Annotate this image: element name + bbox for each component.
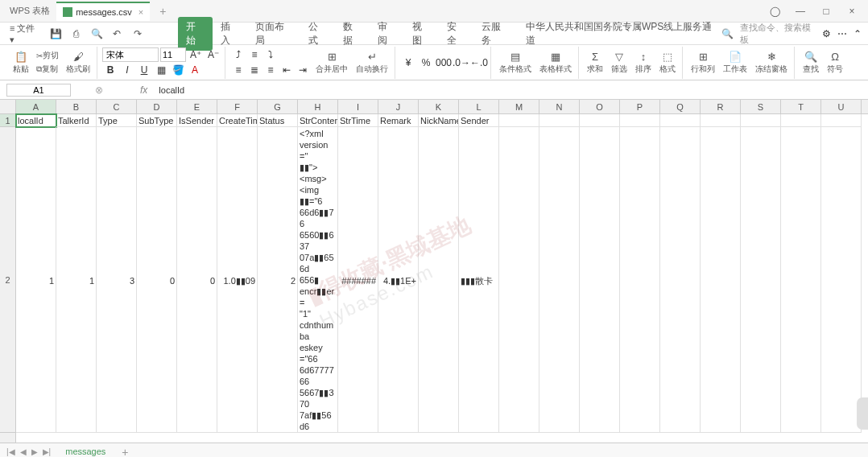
table-style-button[interactable]: ▦表格样式 xyxy=(536,49,575,76)
cell-1-D[interactable]: SubType xyxy=(137,114,177,127)
increase-font-icon[interactable]: A⁺ xyxy=(188,47,204,62)
cell-1-R[interactable] xyxy=(701,114,741,127)
col-header-Q[interactable]: Q xyxy=(660,100,701,113)
col-header-R[interactable]: R xyxy=(701,100,741,113)
more-icon[interactable]: ⋯ xyxy=(837,28,847,39)
find-button[interactable]: 🔍查找 xyxy=(800,49,822,76)
col-header-U[interactable]: U xyxy=(821,100,862,113)
cell-1-B[interactable]: TalkerId xyxy=(56,114,97,127)
currency-icon[interactable]: ¥ xyxy=(400,56,416,70)
cell-2-C[interactable]: 3 xyxy=(97,127,137,433)
add-sheet-button[interactable]: + xyxy=(122,446,128,458)
cell-2-A[interactable]: 1 xyxy=(16,127,56,433)
file-tab[interactable]: messages.csv × xyxy=(56,2,150,21)
col-header-O[interactable]: O xyxy=(580,100,620,113)
tab-cloud[interactable]: 云服务 xyxy=(473,17,518,51)
cell-2-L[interactable]: ▮▮▮散卡赵铺? xyxy=(459,127,499,433)
align-center-icon[interactable]: ≣ xyxy=(246,63,262,77)
copy-button[interactable]: ⧉ 复制 xyxy=(34,63,61,76)
row-header-2[interactable]: 2 xyxy=(0,127,15,433)
format-painter-button[interactable]: 🖌格式刷 xyxy=(63,49,93,76)
redo-icon[interactable]: ↷ xyxy=(129,25,146,43)
col-header-D[interactable]: D xyxy=(137,100,177,113)
cell-1-K[interactable]: NickName xyxy=(419,114,459,127)
col-header-S[interactable]: S xyxy=(741,100,781,113)
cell-2-P[interactable] xyxy=(620,127,660,433)
maximize-button[interactable]: □ xyxy=(813,2,839,21)
cell-2-K[interactable] xyxy=(419,127,459,433)
cell-1-Q[interactable] xyxy=(660,114,701,127)
sheet-nav-last[interactable]: ▶| xyxy=(43,447,52,456)
col-header-K[interactable]: K xyxy=(419,100,459,113)
minimize-button[interactable]: — xyxy=(787,2,813,21)
fill-color-button[interactable]: 🪣 xyxy=(170,63,186,77)
cell-2-I[interactable]: ######### xyxy=(338,127,378,433)
cell-2-E[interactable]: 0 xyxy=(177,127,217,433)
cell-2-R[interactable] xyxy=(701,127,741,433)
worksheet-button[interactable]: 📄工作表 xyxy=(720,49,750,76)
undo-icon[interactable]: ↶ xyxy=(109,25,126,43)
align-right-icon[interactable]: ≡ xyxy=(262,63,279,77)
fx-cancel-icon[interactable]: ⊗ xyxy=(95,84,103,96)
cell-1-C[interactable]: Type xyxy=(97,114,137,127)
cell-2-G[interactable]: 2 xyxy=(258,127,298,433)
settings-icon[interactable]: ⚙ xyxy=(822,28,831,39)
cell-2-S[interactable] xyxy=(741,127,781,433)
close-tab-icon[interactable]: × xyxy=(138,7,143,17)
print-icon[interactable]: ⎙ xyxy=(68,25,85,43)
cell-2-N[interactable] xyxy=(539,127,580,433)
preview-icon[interactable]: 🔍 xyxy=(89,25,105,43)
filter-button[interactable]: ▽筛选 xyxy=(608,49,630,76)
decrease-font-icon[interactable]: A⁻ xyxy=(205,47,221,62)
dec-inc-icon[interactable]: .0→ xyxy=(453,56,469,70)
window-user-icon[interactable]: ◯ xyxy=(762,2,787,21)
cell-1-N[interactable] xyxy=(539,114,580,127)
cell-2-J[interactable]: 4.▮▮1E+18 xyxy=(378,127,419,433)
tab-review[interactable]: 审阅 xyxy=(370,17,404,51)
sort-button[interactable]: ↕排序 xyxy=(632,49,655,76)
cell-1-S[interactable] xyxy=(741,114,781,127)
formula-bar[interactable]: localId xyxy=(159,85,184,95)
cell-2-H[interactable]: <?xml version=" ▮▮"> <msg> <img ▮▮="6 66… xyxy=(298,127,338,433)
col-header-F[interactable]: F xyxy=(217,100,258,113)
border-button[interactable]: ▦ xyxy=(153,63,169,77)
col-header-J[interactable]: J xyxy=(378,100,419,113)
cell-1-I[interactable]: StrTime xyxy=(338,114,378,127)
cell-1-U[interactable] xyxy=(821,114,862,127)
side-scroll-tab[interactable] xyxy=(857,397,868,430)
cell-2-M[interactable] xyxy=(499,127,539,433)
align-left-icon[interactable]: ≡ xyxy=(230,63,246,77)
freeze-button[interactable]: ❄冻结窗格 xyxy=(752,49,791,76)
sheet-nav-next[interactable]: ▶ xyxy=(31,447,38,456)
tab-gov[interactable]: 中华人民共和国国务院专属WPS线上服务通道 xyxy=(518,17,721,51)
cut-button[interactable]: ✂ 剪切 xyxy=(34,49,61,62)
tab-insert[interactable]: 插入 xyxy=(213,17,247,51)
bold-button[interactable]: B xyxy=(102,63,118,77)
indent-inc-icon[interactable]: ⇥ xyxy=(295,63,311,77)
cell-2-T[interactable] xyxy=(781,127,821,433)
cond-format-button[interactable]: ▤条件格式 xyxy=(496,49,535,76)
cell-1-O[interactable] xyxy=(580,114,620,127)
save-icon[interactable]: 💾 xyxy=(48,25,64,43)
select-all-corner[interactable] xyxy=(0,100,16,114)
col-header-I[interactable]: I xyxy=(338,100,378,113)
cell-2-O[interactable] xyxy=(580,127,620,433)
italic-button[interactable]: I xyxy=(119,63,135,77)
tab-formulas[interactable]: 公式 xyxy=(300,17,335,51)
cell-1-H[interactable]: StrContent xyxy=(298,114,338,127)
merge-button[interactable]: ⊞合并居中 xyxy=(312,49,351,76)
sum-button[interactable]: Σ求和 xyxy=(584,49,606,76)
row-col-button[interactable]: ⊞行和列 xyxy=(688,49,718,76)
tab-view[interactable]: 视图 xyxy=(404,17,439,51)
col-header-G[interactable]: G xyxy=(258,100,298,113)
col-header-E[interactable]: E xyxy=(177,100,217,113)
col-header-H[interactable]: H xyxy=(298,100,338,113)
align-mid-icon[interactable]: ≡ xyxy=(246,47,262,62)
align-bot-icon[interactable]: ⤵ xyxy=(262,47,279,62)
underline-button[interactable]: U xyxy=(136,63,152,77)
align-top-icon[interactable]: ⤴ xyxy=(230,47,246,62)
name-box[interactable] xyxy=(6,84,71,97)
cell-2-D[interactable]: 0 xyxy=(137,127,177,433)
col-header-T[interactable]: T xyxy=(781,100,821,113)
file-menu[interactable]: ≡ 文件 ▾ xyxy=(6,21,44,47)
